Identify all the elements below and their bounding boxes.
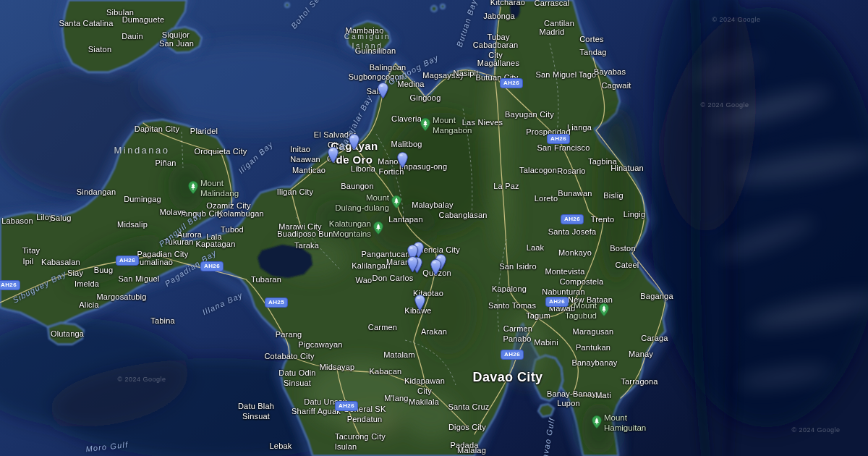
map-pin-layer: [0, 0, 868, 456]
satellite-map-canvas[interactable]: SibulanDumagueteSanta CatalinaDauinSiqui…: [0, 0, 868, 456]
map-pin[interactable]: [430, 259, 441, 276]
map-pin[interactable]: [397, 152, 408, 169]
map-pin[interactable]: [328, 147, 339, 164]
map-pin[interactable]: [378, 83, 388, 99]
map-pin[interactable]: [414, 295, 425, 311]
map-pin[interactable]: [349, 134, 359, 151]
map-pin[interactable]: [407, 256, 418, 273]
